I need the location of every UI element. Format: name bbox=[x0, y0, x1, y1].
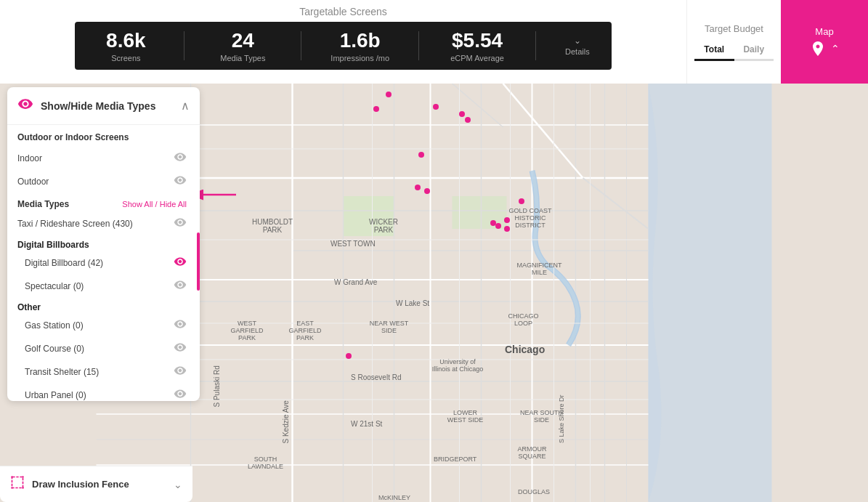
urban-panel-item: Urban Panel (0) bbox=[17, 384, 187, 401]
transit-shelter-toggle[interactable] bbox=[174, 364, 187, 380]
svg-point-42 bbox=[22, 487, 24, 489]
golf-course-item: Golf Course (0) bbox=[17, 337, 187, 360]
gas-station-toggle[interactable] bbox=[174, 317, 187, 333]
show-hide-all-button[interactable]: Show All / Hide All bbox=[122, 200, 187, 209]
screens-value: 8.6k bbox=[106, 29, 146, 52]
map-dot-4 bbox=[459, 111, 465, 117]
taxi-toggle[interactable] bbox=[174, 216, 187, 232]
map-icon-area: ⌃ bbox=[809, 40, 840, 57]
scrollbar-thumb bbox=[197, 232, 200, 291]
map-dot-7 bbox=[415, 185, 421, 190]
indoor-toggle[interactable] bbox=[174, 150, 187, 166]
map-dot-1 bbox=[386, 92, 392, 97]
details-button[interactable]: ⌄ Details bbox=[565, 36, 590, 56]
map-dot-14 bbox=[346, 353, 352, 359]
transit-shelter-label: Transit Shelter (15) bbox=[25, 367, 99, 377]
golf-course-toggle[interactable] bbox=[174, 341, 187, 357]
spectacular-item: Spectacular (0) bbox=[17, 275, 187, 298]
digital-billboard-toggle[interactable] bbox=[174, 255, 187, 271]
map-chevron-up-icon: ⌃ bbox=[831, 43, 840, 54]
budget-tab-daily[interactable]: Daily bbox=[734, 40, 774, 61]
map-button[interactable]: Map ⌃ bbox=[781, 0, 868, 84]
svg-point-40 bbox=[22, 476, 24, 478]
divider-4 bbox=[535, 31, 536, 60]
map-dot-10 bbox=[495, 223, 501, 229]
targetable-title: Targetable Screens bbox=[299, 6, 387, 17]
impressions-value: 1.6b bbox=[340, 29, 381, 52]
panel-collapse-button[interactable]: ∧ bbox=[181, 99, 190, 113]
media-types-title: Media Types bbox=[17, 199, 69, 209]
map-dot-11 bbox=[504, 217, 510, 223]
golf-course-label: Golf Course (0) bbox=[25, 344, 84, 354]
budget-tab-total[interactable]: Total bbox=[694, 40, 734, 61]
divider-1 bbox=[184, 31, 184, 60]
spectacular-label: Spectacular (0) bbox=[25, 281, 84, 291]
map-dot-6 bbox=[418, 152, 424, 158]
map-dot-2 bbox=[373, 106, 379, 112]
fence-chevron-down-icon: ⌄ bbox=[174, 479, 182, 490]
details-label: Details bbox=[565, 47, 590, 56]
ecpm-stat: $5.54 eCPM Average bbox=[448, 29, 506, 62]
panel-body: Outdoor or Indoor Screens Indoor Outdoor bbox=[7, 125, 197, 401]
panel-title: Show/Hide Media Types bbox=[41, 100, 155, 112]
outdoor-item: Outdoor bbox=[17, 170, 187, 193]
outdoor-label: Outdoor bbox=[17, 177, 49, 187]
panel-header-left: Show/Hide Media Types bbox=[17, 96, 155, 116]
outdoor-toggle[interactable] bbox=[174, 174, 187, 190]
taxi-label: Taxi / Rideshare Screen (430) bbox=[17, 219, 133, 229]
svg-rect-38 bbox=[12, 477, 23, 488]
map-dot-12 bbox=[504, 226, 510, 232]
divider-3 bbox=[418, 31, 419, 60]
stats-bar: 8.6k Screens 24 Media Types 1.6b Impress… bbox=[75, 22, 611, 70]
other-title: Other bbox=[17, 298, 187, 314]
impressions-label: Impressions /mo bbox=[330, 54, 389, 62]
draw-inclusion-fence-panel[interactable]: Draw Inclusion Fence ⌄ bbox=[0, 466, 192, 502]
gas-station-label: Gas Station (0) bbox=[25, 320, 84, 331]
indoor-item: Indoor bbox=[17, 147, 187, 170]
taxi-item: Taxi / Rideshare Screen (430) bbox=[17, 212, 187, 235]
map-dot-13 bbox=[519, 198, 524, 204]
impressions-stat: 1.6b Impressions /mo bbox=[330, 29, 389, 62]
screens-stat: 8.6k Screens bbox=[97, 29, 155, 62]
ecpm-label: eCPM Average bbox=[450, 54, 504, 62]
transit-shelter-item: Transit Shelter (15) bbox=[17, 360, 187, 384]
target-budget-section: Target Budget Total Daily bbox=[686, 0, 781, 84]
fence-label: Draw Inclusion Fence bbox=[32, 479, 129, 490]
fence-icon bbox=[10, 475, 25, 493]
digital-billboard-label: Digital Billboard (42) bbox=[25, 258, 103, 268]
urban-panel-toggle[interactable] bbox=[174, 387, 187, 401]
draw-fence-left: Draw Inclusion Fence bbox=[10, 475, 129, 493]
svg-rect-2 bbox=[344, 196, 394, 236]
ecpm-value: $5.54 bbox=[452, 29, 503, 52]
map-dot-3 bbox=[433, 104, 439, 110]
budget-tabs: Total Daily bbox=[694, 40, 774, 61]
spectacular-toggle[interactable] bbox=[174, 278, 187, 294]
map-dot-8 bbox=[424, 188, 430, 194]
budget-title: Target Budget bbox=[705, 23, 763, 34]
gas-station-item: Gas Station (0) bbox=[17, 314, 187, 337]
header-stats-section: Targetable Screens 8.6k Screens 24 Media… bbox=[0, 0, 686, 84]
media-types-panel: Show/Hide Media Types ∧ Outdoor or Indoo… bbox=[7, 87, 200, 401]
outdoor-indoor-title: Outdoor or Indoor Screens bbox=[17, 125, 187, 147]
media-types-value: 24 bbox=[232, 29, 254, 52]
divider-2 bbox=[301, 31, 301, 60]
header: Targetable Screens 8.6k Screens 24 Media… bbox=[0, 0, 868, 84]
svg-point-41 bbox=[11, 487, 13, 489]
digital-billboard-item: Digital Billboard (42) bbox=[17, 251, 187, 275]
media-types-label: Media Types bbox=[220, 54, 265, 62]
svg-rect-1 bbox=[649, 84, 772, 502]
digital-billboards-title: Digital Billboards bbox=[17, 235, 187, 251]
indoor-label: Indoor bbox=[17, 153, 42, 163]
map-dot-5 bbox=[465, 117, 471, 123]
details-arrow-icon: ⌄ bbox=[574, 36, 581, 46]
screens-label: Screens bbox=[111, 54, 140, 62]
map-title: Map bbox=[815, 26, 833, 37]
media-types-stat: 24 Media Types bbox=[214, 29, 272, 62]
urban-panel-label: Urban Panel (0) bbox=[25, 390, 86, 400]
map-pin-icon bbox=[809, 40, 827, 57]
panel-scroll-area[interactable]: Outdoor or Indoor Screens Indoor Outdoor bbox=[7, 125, 200, 401]
eye-icon bbox=[17, 96, 33, 116]
panel-header: Show/Hide Media Types ∧ bbox=[7, 87, 200, 125]
svg-point-39 bbox=[11, 476, 13, 478]
media-types-header: Media Types Show All / Hide All bbox=[17, 193, 187, 212]
